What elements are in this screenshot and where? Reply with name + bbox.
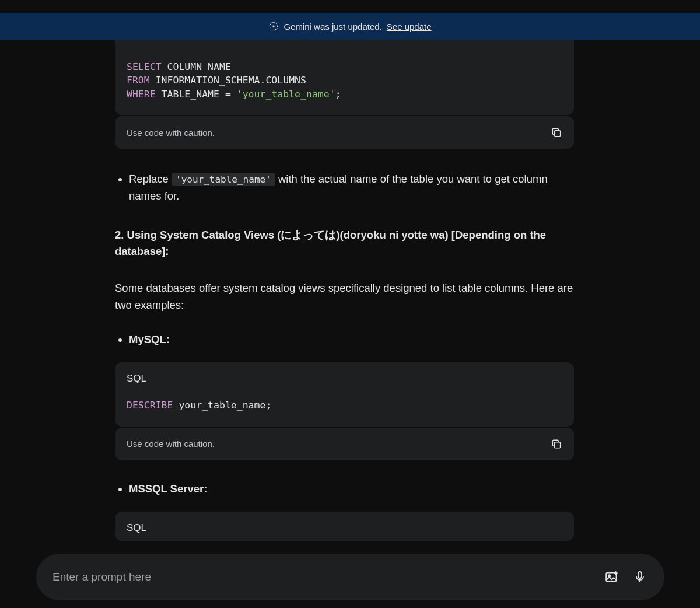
code-lang-label: SQL (115, 512, 574, 541)
code-content: SELECT COLUMN_NAME FROM INFORMATION_SCHE… (115, 40, 574, 115)
see-update-link[interactable]: See update (387, 22, 432, 32)
code-block-sql-3: SQL (115, 512, 574, 541)
caution-bar-2: Use code with caution. (115, 428, 574, 460)
copy-icon[interactable] (551, 127, 562, 138)
code-lang-label: SQL (115, 362, 574, 392)
mic-icon[interactable] (632, 569, 648, 585)
banner-text: Gemini was just updated. (284, 22, 382, 32)
prompt-input-bar (36, 554, 664, 600)
section-heading-2: 2. Using System Catalog Views (によっては)(do… (115, 227, 574, 260)
replace-bullet: Replace 'your_table_name' with the actua… (115, 171, 574, 204)
add-image-icon[interactable] (604, 569, 620, 585)
caution-text: Use code with caution. (127, 128, 215, 138)
caution-bar-1: Use code with caution. (115, 116, 574, 149)
mssql-label: MSSQL Server: (129, 483, 574, 495)
sparkle-icon (268, 21, 279, 32)
caution-link[interactable]: with caution. (166, 128, 215, 138)
content-area: SELECT COLUMN_NAME FROM INFORMATION_SCHE… (115, 40, 574, 541)
replace-line: Replace 'your_table_name' with the actua… (129, 171, 574, 204)
caution-link[interactable]: with caution. (166, 439, 215, 449)
inline-code: 'your_table_name' (172, 173, 275, 186)
caution-text: Use code with caution. (127, 439, 215, 449)
mysql-bullet: MySQL: (115, 333, 574, 346)
svg-rect-5 (638, 572, 642, 578)
code-block-sql-2: SQL DESCRIBE your_table_name; (115, 362, 574, 426)
copy-icon[interactable] (551, 438, 562, 450)
top-spacer (0, 0, 700, 13)
code-content: DESCRIBE your_table_name; (115, 392, 574, 426)
svg-rect-2 (555, 442, 561, 448)
svg-rect-3 (606, 572, 616, 581)
mssql-bullet: MSSQL Server: (115, 483, 574, 495)
section-paragraph: Some databases offer system catalog view… (115, 280, 574, 313)
svg-rect-1 (555, 131, 561, 137)
update-banner: Gemini was just updated. See update (0, 13, 700, 40)
prompt-input[interactable] (52, 571, 592, 583)
code-block-sql-1: SELECT COLUMN_NAME FROM INFORMATION_SCHE… (115, 40, 574, 115)
mysql-label: MySQL: (129, 333, 574, 346)
